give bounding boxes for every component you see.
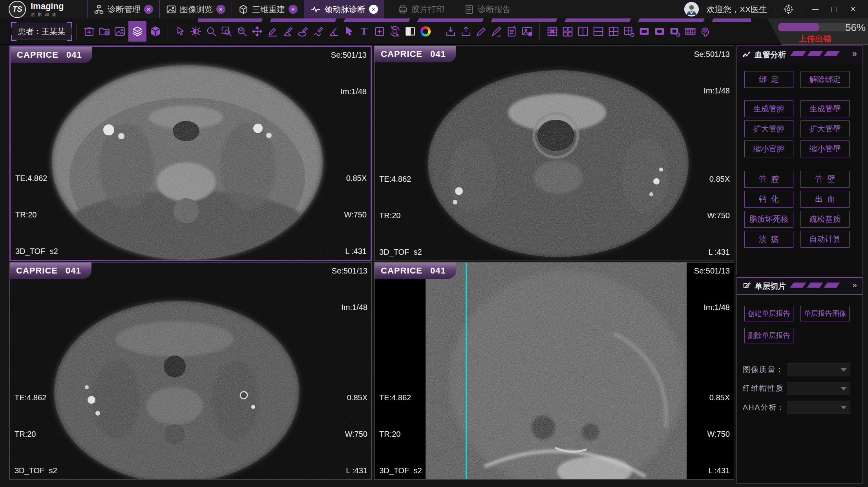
window-level: L :431 [345, 465, 367, 477]
window-level-button[interactable] [189, 25, 202, 38]
upload-button[interactable] [459, 25, 472, 38]
vertical-split-button[interactable] [576, 25, 589, 38]
shrink-lumen-button[interactable]: 缩小官腔 [744, 140, 793, 157]
bind-button[interactable]: 绑 定 [744, 71, 793, 88]
close-tab-icon[interactable]: × [216, 5, 225, 14]
horizontal-split-button[interactable] [592, 25, 605, 38]
toolbar-separator [539, 24, 540, 39]
expand-lumen-button[interactable]: 扩大管腔 [744, 120, 793, 137]
expand-wall-button[interactable]: 扩大管壁 [800, 120, 850, 137]
angle-icon [328, 26, 340, 37]
lumen-button[interactable]: 管 腔 [744, 171, 793, 188]
decorative-stripes [792, 283, 838, 288]
maximize-button[interactable]: □ [829, 4, 840, 15]
create-slice-report-button[interactable]: 创建单层报告 [744, 306, 793, 321]
ai-analysis-button[interactable] [699, 25, 712, 38]
pan-tool-button[interactable] [250, 25, 263, 38]
reference-line[interactable] [466, 263, 467, 479]
export-image-button[interactable] [521, 25, 534, 38]
brush-button[interactable] [475, 25, 488, 38]
settings-gear-icon[interactable] [783, 4, 794, 15]
new-exam-button[interactable] [82, 25, 95, 38]
download-button[interactable] [444, 25, 457, 38]
ellipse-overlay-button[interactable] [653, 25, 666, 38]
shrink-wall-button[interactable]: 缩小管壁 [800, 140, 850, 157]
calcification-button[interactable]: 钙 化 [744, 191, 793, 208]
cube-3d-button[interactable] [149, 25, 162, 38]
viewport-3[interactable]: CAPRICE 041 Se:501/13 Im:1/48 TE:4.862 T… [9, 262, 372, 480]
rect-overlay-button[interactable] [638, 25, 651, 38]
color-map-button[interactable] [419, 25, 432, 38]
invert-button[interactable] [404, 25, 417, 38]
patient-name-field[interactable]: 患者：王某某 [12, 23, 71, 40]
invert-icon [404, 26, 416, 37]
remove-overlay-icon [669, 26, 681, 37]
zoom-region-button[interactable] [220, 25, 233, 38]
slice-edit-icon [742, 282, 751, 290]
delete-slice-report-button[interactable]: 删除单层报告 [744, 328, 793, 343]
measure-line-button[interactable] [266, 25, 279, 38]
minimize-button[interactable]: ─ [810, 4, 821, 15]
collapse-panel-icon[interactable]: » [852, 49, 857, 59]
patient-name-label: 患者：王某某 [18, 26, 65, 37]
slice-report-image-button[interactable]: 单层报告图像 [800, 306, 850, 321]
viewport-4[interactable]: CAPRICE 041 Se:501/13 Im:1/48 TE:4.862 T… [374, 262, 734, 480]
rect-overlay-icon [638, 26, 650, 37]
viewport-2[interactable]: CAPRICE 041 Se:501/13 Im:1/48 TE:4.862 T… [374, 46, 734, 261]
image-gallery-button[interactable] [113, 25, 126, 38]
pen-button[interactable] [490, 25, 503, 38]
tab-diagnosis-management[interactable]: 诊断管理 × [87, 0, 159, 18]
close-window-button[interactable]: × [848, 4, 859, 15]
filmstrip-button[interactable] [683, 25, 696, 38]
quad-layout-button[interactable] [561, 25, 574, 38]
user-avatar[interactable] [684, 2, 699, 16]
close-tab-icon[interactable]: × [144, 5, 153, 14]
quad-layout-alt-button[interactable] [607, 25, 620, 38]
remove-overlay-button[interactable] [668, 25, 681, 38]
open-study-button[interactable] [98, 25, 111, 38]
fibrous-cap-select[interactable] [787, 382, 850, 395]
grid-layout-button[interactable] [546, 25, 559, 38]
aha-analysis-select[interactable] [787, 401, 850, 414]
generate-wall-button[interactable]: 生成管壁 [800, 100, 850, 117]
image-quality-select[interactable] [787, 363, 850, 376]
add-marker-button[interactable] [373, 25, 386, 38]
cursor-tool-button[interactable] [174, 25, 187, 38]
zoom-tool-button[interactable] [205, 25, 217, 38]
tab-film-print[interactable]: 胶片打印 [391, 0, 451, 18]
remove-layout-button[interactable] [622, 25, 635, 38]
close-tab-icon[interactable]: × [369, 5, 378, 14]
collapse-panel-icon[interactable]: » [852, 280, 857, 290]
measure-polygon-button[interactable] [281, 25, 294, 38]
pointer-icon [343, 26, 355, 37]
measure-freehand-button[interactable] [312, 25, 325, 38]
viewport-series-tab[interactable]: CAPRICE 041 [375, 46, 456, 62]
report-add-button[interactable] [505, 25, 518, 38]
wall-button[interactable]: 管 壁 [800, 171, 850, 188]
loose-matrix-button[interactable]: 疏松基质 [800, 211, 850, 228]
viewport-series-tab[interactable]: CAPRICE 041 [10, 263, 91, 279]
rotate-button[interactable] [388, 25, 401, 38]
lipid-necrotic-core-button[interactable]: 脂质坏死核 [744, 211, 793, 228]
pointer-tool-button[interactable] [342, 25, 355, 38]
tab-carotid-diagnosis[interactable]: 颈动脉诊断 × [304, 0, 384, 18]
layers-button[interactable] [128, 21, 146, 42]
tab-image-browse[interactable]: 图像浏览 × [159, 0, 232, 18]
hemorrhage-button[interactable]: 出 血 [800, 191, 850, 208]
divider [802, 5, 802, 14]
close-tab-icon[interactable]: × [289, 5, 298, 14]
viewport-series-tab[interactable]: CAPRICE 041 [11, 47, 92, 63]
zoom-2x-button[interactable]: x2 [235, 25, 248, 38]
generate-lumen-button[interactable]: 生成管腔 [744, 100, 793, 117]
mri-image-1 [11, 47, 371, 261]
tab-3d-reconstruction[interactable]: 三维重建 × [232, 0, 304, 18]
viewport-series-tab[interactable]: CAPRICE 041 [375, 263, 456, 279]
auto-calculate-button[interactable]: 自动计算 [800, 231, 850, 248]
unbind-button[interactable]: 解除绑定 [800, 71, 850, 88]
text-annotation-button[interactable]: T [358, 25, 371, 38]
tab-diagnosis-report[interactable]: 诊断报告 [458, 0, 517, 18]
measure-ellipse-button[interactable] [296, 25, 309, 38]
ulcer-button[interactable]: 溃 疡 [744, 231, 793, 248]
measure-angle-button[interactable] [327, 25, 340, 38]
viewport-1[interactable]: CAPRICE 041 Se:501/13 Im:1/48 TE:4.862 T… [9, 46, 372, 261]
